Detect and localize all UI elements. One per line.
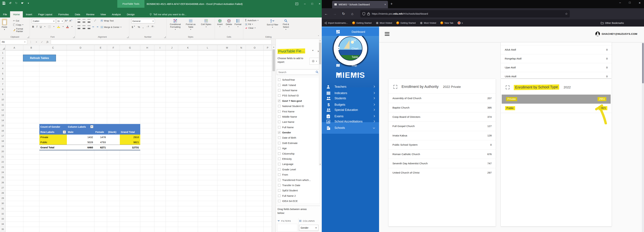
filters-area[interactable]: FILTERS — [277, 218, 298, 232]
orientation-icon[interactable]: ⤢ — [94, 19, 96, 22]
authority-row[interactable]: Coop Board of Directors 374 — [388, 112, 496, 122]
field-checkbox[interactable] — [278, 78, 280, 81]
number-dialog-launcher[interactable] — [164, 36, 166, 38]
row-header[interactable]: 27 — [0, 185, 5, 190]
row-header[interactable]: 24 — [0, 170, 5, 175]
field-item[interactable]: ✓ Govt ? Non-govt — [277, 98, 320, 103]
field-checkbox[interactable] — [278, 173, 280, 176]
customize-qat-icon[interactable]: ▼ — [28, 2, 29, 4]
sidebar-subnav-item[interactable]: Chart — [322, 44, 379, 53]
atoll-row[interactable]: Rongelap Atoll 0 — [501, 54, 612, 63]
italic-button[interactable]: I — [36, 25, 37, 28]
column-header[interactable]: F — [107, 45, 120, 50]
row-header[interactable]: 15 — [0, 123, 5, 128]
field-checkbox[interactable]: ✓ — [278, 131, 280, 134]
bookmark-item[interactable]: s — [458, 22, 463, 24]
underline-button[interactable]: U — [40, 25, 42, 28]
field-checkbox[interactable]: ✓ — [278, 100, 280, 102]
format-cells-button[interactable]: Format▼ — [234, 19, 242, 28]
column-header[interactable]: C — [40, 45, 67, 50]
pivot-row-label[interactable]: Public — [40, 140, 67, 145]
sidebar-subnav-item[interactable]: Reports — [322, 70, 379, 78]
row-header[interactable]: 18 — [0, 139, 5, 144]
paste-button[interactable]: Paste▼ — [2, 19, 7, 30]
field-item[interactable]: Citizenship — [277, 151, 320, 156]
column-header[interactable]: O — [246, 45, 264, 50]
school-type-row[interactable]: Public 9821 — [501, 104, 612, 113]
fields-scrollbar[interactable]: ▲ ▼ — [319, 39, 322, 166]
authority-row[interactable]: Full Gospel Church 127 — [388, 122, 496, 131]
row-header[interactable]: 8 — [0, 87, 5, 92]
find-select-button[interactable]: Find & Select▼ — [280, 19, 292, 30]
formula-input[interactable] — [51, 40, 272, 44]
authority-row[interactable]: United Church of Christ 297 — [388, 168, 496, 177]
row-header[interactable]: 10 — [0, 97, 5, 102]
ribbon-tab[interactable]: Design — [124, 11, 138, 18]
field-checkbox[interactable] — [278, 121, 280, 123]
lock-icon[interactable] — [367, 12, 370, 15]
clipboard-dialog-launcher[interactable] — [27, 36, 29, 38]
column-header[interactable]: H — [140, 45, 154, 50]
sidebar-toggle-icon[interactable] — [385, 32, 390, 36]
row-header[interactable]: 13 — [0, 113, 5, 118]
authority-row[interactable]: Public School System 0 — [388, 140, 496, 149]
sidebar-subnav-item[interactable]: Map — [322, 61, 379, 70]
field-item[interactable]: Atoll / Island — [277, 82, 320, 87]
column-header[interactable]: J — [166, 45, 178, 50]
pivot-column-labels-cell[interactable]: Column Labels▼ — [67, 124, 94, 129]
ribbon-tab[interactable]: Review — [83, 11, 97, 18]
column-header[interactable]: L — [198, 45, 217, 50]
align-bottom-icon[interactable] — [88, 19, 90, 22]
row-header[interactable]: 5 — [0, 71, 5, 76]
tools-button[interactable]: ▼ — [309, 58, 320, 64]
column-header[interactable]: A — [6, 45, 23, 50]
insert-function-icon[interactable]: fx — [46, 41, 48, 43]
ribbon-tab[interactable]: File — [0, 11, 10, 18]
bookmark-item[interactable]: Getting Started — [352, 22, 372, 24]
user-menu[interactable]: GHACHEY@NUZUSYS.COM — [596, 32, 637, 36]
row-header[interactable]: 35 — [0, 227, 5, 232]
font-name-select[interactable]: Calibri▼ — [32, 19, 56, 23]
bookmark-item[interactable]: Getting Started — [396, 22, 416, 24]
bookmark-item[interactable]: Most Visited — [376, 22, 392, 24]
forward-button[interactable]: → — [330, 12, 339, 16]
field-checkbox[interactable] — [278, 84, 280, 86]
field-checkbox[interactable] — [278, 147, 280, 150]
row-header[interactable]: 17 — [0, 133, 5, 139]
ribbon-tab[interactable]: Formulas — [55, 11, 72, 18]
increase-decimal-icon[interactable]: ←.0 — [146, 26, 149, 28]
field-checkbox[interactable] — [278, 105, 280, 107]
row-header[interactable]: 14 — [0, 118, 5, 123]
delete-cells-button[interactable]: Delete▼ — [224, 19, 233, 28]
other-bookmarks-folder[interactable]: Other Bookmarks — [601, 22, 624, 24]
align-center-icon[interactable] — [82, 26, 86, 28]
pivot-row-labels-cell[interactable]: Row Labels▼ — [40, 129, 67, 135]
tell-me-box[interactable]: Tell me what you want to do... — [147, 11, 189, 18]
field-item[interactable]: From — [277, 172, 320, 177]
close-button[interactable]: × — [639, 1, 641, 5]
sidebar-subnav-item[interactable]: List — [322, 36, 379, 44]
row-header[interactable]: 21 — [0, 154, 5, 159]
ribbon-tab[interactable]: Page Layout — [35, 11, 55, 18]
field-checkbox[interactable] — [278, 89, 280, 91]
borders-icon[interactable] — [48, 25, 51, 28]
format-painter-button[interactable]: Format Painter — [13, 28, 30, 33]
bookmark-item[interactable]: Most Visited — [420, 22, 436, 24]
row-header[interactable]: 34 — [0, 221, 5, 227]
cell-styles-button[interactable]: Cell Styles▼ — [199, 19, 214, 28]
field-checkbox[interactable] — [278, 110, 280, 113]
column-header[interactable]: G — [120, 45, 140, 50]
field-item[interactable]: Transfer In Date — [277, 183, 320, 188]
scrollbar-thumb[interactable] — [642, 43, 644, 83]
wrap-text-button[interactable]: Wrap Text — [100, 20, 114, 22]
number-format-select[interactable]: General▼ — [132, 19, 155, 23]
search-input[interactable]: Search — [277, 69, 320, 75]
authority-row[interactable]: Seventh Day Adventist Church 747 — [388, 159, 496, 168]
field-item[interactable]: National Student ID — [277, 103, 320, 109]
sort-filter-button[interactable]: AZ Sort & Filter▼ — [266, 19, 278, 28]
row-header[interactable]: 2 — [0, 56, 5, 61]
ribbon-tab[interactable]: View — [97, 11, 109, 18]
field-item[interactable]: Full Name 2 — [277, 193, 320, 198]
align-top-icon[interactable] — [78, 19, 80, 22]
field-item[interactable]: Date of Birth — [277, 135, 320, 140]
